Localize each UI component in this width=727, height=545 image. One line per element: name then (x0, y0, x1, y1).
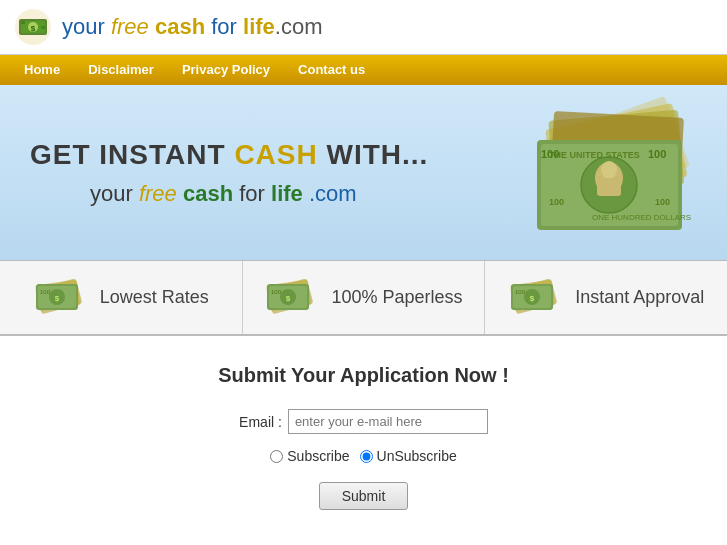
svg-text:100: 100 (40, 289, 51, 295)
nav-disclaimer[interactable]: Disclaimer (74, 55, 168, 85)
logo-text: your free cash for life.com (62, 14, 323, 40)
application-form-section: Submit Your Application Now ! Email : Su… (0, 336, 727, 540)
svg-point-15 (601, 161, 617, 179)
subscribe-radio[interactable] (270, 450, 283, 463)
unsubscribe-option[interactable]: UnSubscribe (360, 448, 457, 464)
email-input[interactable] (288, 409, 488, 434)
hero-section: Get Instant Cash With... your free cash … (0, 85, 727, 260)
instant-approval-money-icon: $ 100 (508, 275, 563, 320)
paperless-money-icon: $ 100 (264, 275, 319, 320)
unsubscribe-radio[interactable] (360, 450, 373, 463)
svg-text:$: $ (55, 294, 60, 303)
hero-money-illustration: THE UNITED STATES 100 100 ONE HUNDRED DO… (487, 90, 727, 255)
svg-text:100: 100 (515, 289, 526, 295)
email-row: Email : (20, 409, 707, 434)
nav-home[interactable]: Home (10, 55, 74, 85)
svg-rect-16 (597, 178, 621, 196)
nav-privacy-policy[interactable]: Privacy Policy (168, 55, 284, 85)
svg-text:$: $ (286, 294, 291, 303)
svg-text:$: $ (31, 24, 36, 33)
nav-bar: Home Disclaimer Privacy Policy Contact u… (0, 55, 727, 85)
unsubscribe-label: UnSubscribe (377, 448, 457, 464)
svg-text:THE UNITED STATES: THE UNITED STATES (549, 150, 640, 160)
subscription-radio-group: Subscribe UnSubscribe (20, 448, 707, 464)
lowest-rates-money-icon: $ 100 (33, 275, 88, 320)
feature-lowest-rates: $ 100 Lowest Rates (0, 261, 243, 334)
svg-rect-5 (21, 21, 25, 24)
svg-text:$: $ (530, 294, 535, 303)
svg-text:100: 100 (541, 148, 559, 160)
feature-paperless: $ 100 100% Paperless (243, 261, 486, 334)
features-strip: $ 100 Lowest Rates $ 100 100% Paperless (0, 260, 727, 336)
feature-instant-approval: $ 100 Instant Approval (485, 261, 727, 334)
email-label: Email : (239, 414, 282, 430)
header: $ your free cash for life.com (0, 0, 727, 55)
svg-rect-6 (41, 26, 45, 29)
subscribe-option[interactable]: Subscribe (270, 448, 349, 464)
svg-text:100: 100 (648, 148, 666, 160)
feature-paperless-label: 100% Paperless (331, 287, 462, 308)
svg-text:ONE HUNDRED DOLLARS: ONE HUNDRED DOLLARS (592, 213, 691, 222)
svg-text:100: 100 (655, 197, 670, 207)
subscribe-label: Subscribe (287, 448, 349, 464)
logo-money-icon: $ (14, 8, 52, 46)
feature-lowest-rates-label: Lowest Rates (100, 287, 209, 308)
svg-text:100: 100 (271, 289, 282, 295)
form-title: Submit Your Application Now ! (20, 364, 707, 387)
svg-text:100: 100 (549, 197, 564, 207)
nav-contact-us[interactable]: Contact us (284, 55, 379, 85)
submit-button[interactable]: Submit (319, 482, 409, 510)
feature-instant-approval-label: Instant Approval (575, 287, 704, 308)
